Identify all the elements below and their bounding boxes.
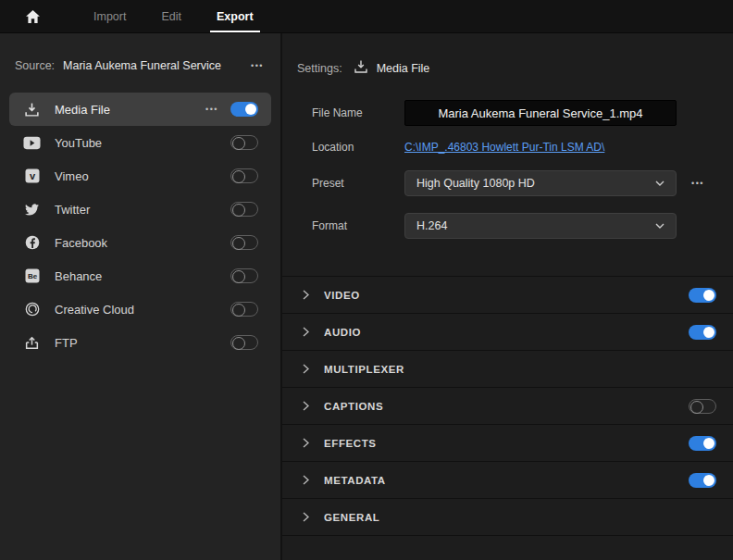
- ftp-icon: [22, 335, 42, 351]
- section-label: EFFECTS: [324, 438, 689, 449]
- chevron-right-icon: [303, 290, 310, 300]
- captions-toggle[interactable]: [689, 399, 716, 414]
- location-link[interactable]: C:\IMP_.46803 Howlett Pur-Tin LSM AD\: [404, 141, 604, 154]
- tab-edit[interactable]: Edit: [143, 0, 199, 32]
- destination-label: Twitter: [55, 203, 230, 217]
- section-metadata[interactable]: METADATA: [282, 462, 733, 499]
- settings-header: Settings: Media File: [282, 46, 733, 96]
- top-bar: Import Edit Export: [0, 0, 733, 33]
- file-name-row: File Name: [312, 100, 733, 126]
- twitter-toggle[interactable]: [230, 202, 258, 217]
- chevron-right-icon: [303, 364, 310, 374]
- location-label: Location: [312, 141, 404, 154]
- source-options-icon[interactable]: •••: [251, 61, 264, 70]
- twitter-icon: [22, 203, 42, 217]
- chevron-right-icon: [303, 438, 310, 448]
- chevron-right-icon: [303, 401, 310, 411]
- destination-twitter[interactable]: Twitter: [9, 193, 271, 226]
- creative-cloud-icon: [22, 302, 42, 317]
- export-window: Import Edit Export Source: Maria Aukema …: [0, 0, 733, 560]
- destination-creative-cloud[interactable]: Creative Cloud: [9, 292, 271, 326]
- chevron-right-icon: [303, 327, 310, 337]
- destination-media-file[interactable]: Media File •••: [9, 93, 271, 126]
- audio-toggle[interactable]: [689, 325, 716, 340]
- metadata-toggle[interactable]: [689, 473, 716, 488]
- preset-row: Preset High Quality 1080p HD •••: [312, 170, 733, 196]
- destination-facebook[interactable]: Facebook: [9, 226, 271, 259]
- settings-panel: Settings: Media File File Name Location …: [282, 33, 733, 560]
- destination-label: Vimeo: [55, 169, 230, 183]
- destination-vimeo[interactable]: v Vimeo: [9, 159, 271, 193]
- file-name-label: File Name: [312, 106, 404, 119]
- svg-text:Be: Be: [27, 272, 37, 280]
- media-file-options-icon[interactable]: •••: [205, 105, 218, 114]
- destination-label: YouTube: [55, 136, 230, 150]
- format-label: Format: [312, 219, 404, 232]
- settings-label: Settings:: [297, 62, 342, 75]
- destination-label: Behance: [55, 269, 230, 283]
- youtube-toggle[interactable]: [230, 135, 258, 150]
- preset-value: High Quality 1080p HD: [416, 177, 535, 190]
- destination-label: Media File: [55, 103, 205, 117]
- facebook-toggle[interactable]: [230, 235, 258, 250]
- section-multiplexer[interactable]: MULTIPLEXER: [282, 351, 733, 388]
- behance-icon: Be: [22, 268, 42, 283]
- tab-import[interactable]: Import: [76, 0, 143, 32]
- home-button[interactable]: [20, 9, 44, 24]
- source-panel: Source: Maria Aukema Funeral Service •••…: [0, 33, 282, 560]
- destination-label: FTP: [55, 336, 230, 350]
- section-label: VIDEO: [324, 290, 689, 301]
- source-header: Source: Maria Aukema Funeral Service •••: [0, 46, 280, 93]
- preset-label: Preset: [312, 177, 404, 190]
- format-value: H.264: [416, 219, 447, 232]
- settings-target: Media File: [377, 62, 430, 75]
- behance-toggle[interactable]: [230, 268, 258, 283]
- chevron-right-icon: [303, 475, 310, 485]
- svg-text:v: v: [29, 170, 35, 181]
- section-audio[interactable]: AUDIO: [282, 314, 733, 351]
- destination-label: Facebook: [55, 236, 230, 250]
- section-video[interactable]: VIDEO: [282, 277, 733, 314]
- source-label: Source:: [15, 59, 55, 72]
- media-file-icon: [354, 59, 368, 78]
- destination-behance[interactable]: Be Behance: [9, 259, 271, 292]
- section-label: METADATA: [324, 475, 689, 486]
- vimeo-icon: v: [22, 168, 42, 183]
- preset-dropdown[interactable]: High Quality 1080p HD: [404, 170, 677, 196]
- vimeo-toggle[interactable]: [230, 168, 258, 183]
- settings-sections: VIDEO AUDIO MULTIPLEXER CAPTIONS: [282, 276, 733, 536]
- creative-cloud-toggle[interactable]: [230, 302, 258, 317]
- file-name-input[interactable]: [404, 100, 677, 126]
- section-label: GENERAL: [324, 512, 689, 523]
- home-icon: [25, 9, 41, 24]
- tab-export[interactable]: Export: [199, 0, 271, 32]
- section-effects[interactable]: EFFECTS: [282, 425, 733, 462]
- media-file-icon: [22, 102, 42, 118]
- preset-options-icon[interactable]: •••: [691, 179, 704, 188]
- location-row: Location C:\IMP_.46803 Howlett Pur-Tin L…: [312, 141, 733, 154]
- section-label: CAPTIONS: [324, 401, 689, 412]
- format-dropdown[interactable]: H.264: [404, 213, 677, 239]
- destination-label: Creative Cloud: [55, 303, 230, 317]
- effects-toggle[interactable]: [689, 436, 716, 451]
- ftp-toggle[interactable]: [230, 335, 258, 350]
- section-captions[interactable]: CAPTIONS: [282, 388, 733, 425]
- destination-list: Media File ••• YouTube v Vimeo: [0, 93, 280, 359]
- media-file-toggle[interactable]: [230, 102, 258, 117]
- format-row: Format H.264: [312, 213, 733, 239]
- section-general[interactable]: GENERAL: [282, 499, 733, 536]
- chevron-right-icon: [303, 512, 310, 522]
- facebook-icon: [22, 235, 42, 250]
- chevron-down-icon: [655, 180, 665, 186]
- section-label: AUDIO: [324, 327, 689, 338]
- workspace-tabs: Import Edit Export: [76, 0, 271, 32]
- destination-ftp[interactable]: FTP: [9, 326, 271, 359]
- export-fields: File Name Location C:\IMP_.46803 Howlett…: [282, 96, 733, 276]
- youtube-icon: [22, 136, 42, 150]
- destination-youtube[interactable]: YouTube: [9, 126, 271, 159]
- source-name: Maria Aukema Funeral Service: [63, 59, 251, 72]
- section-label: MULTIPLEXER: [324, 364, 689, 375]
- chevron-down-icon: [655, 223, 665, 229]
- video-toggle[interactable]: [689, 288, 716, 303]
